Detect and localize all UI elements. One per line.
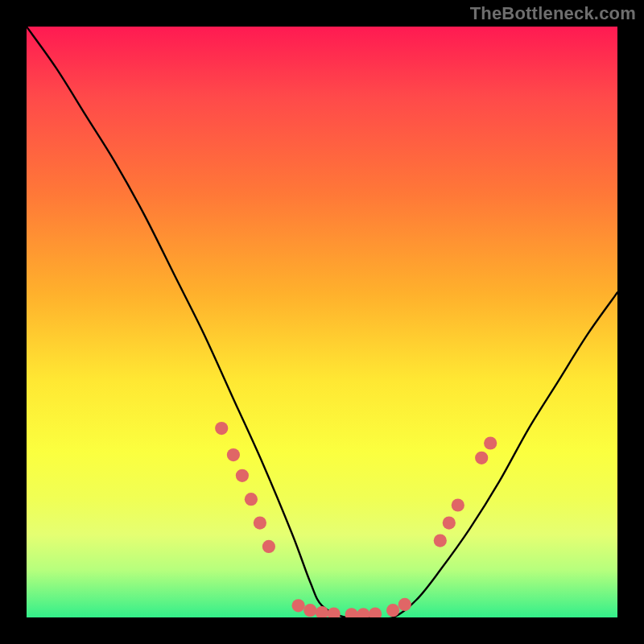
marker-dot	[328, 608, 341, 618]
watermark-text: TheBottleneck.com	[470, 3, 636, 24]
marker-dot	[262, 540, 275, 553]
chart-svg	[27, 27, 617, 617]
marker-dot	[484, 436, 497, 449]
marker-dot	[386, 604, 399, 617]
marker-dot	[303, 604, 316, 617]
marker-dot	[452, 498, 464, 511]
marker-dot	[434, 535, 447, 547]
marker-dot	[345, 608, 358, 617]
marker-dot	[316, 606, 328, 617]
marker-dot	[398, 598, 411, 611]
data-curve	[27, 27, 617, 617]
marker-dot	[215, 422, 228, 435]
marker-dot	[357, 608, 369, 617]
chart-frame: TheBottleneck.com	[0, 0, 644, 644]
plot-area	[27, 27, 617, 617]
marker-dot	[236, 469, 249, 482]
marker-dot	[443, 517, 456, 530]
marker-dot	[245, 493, 258, 506]
marker-dot	[292, 599, 305, 612]
marker-dot	[369, 608, 382, 618]
marker-dot	[227, 448, 240, 461]
marker-dot	[475, 452, 488, 464]
marker-dot	[254, 517, 266, 530]
